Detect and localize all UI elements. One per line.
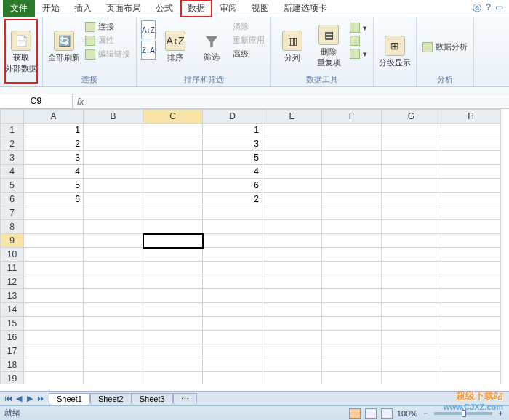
sheet-nav-next[interactable]: ▶ (25, 394, 35, 403)
zoom-slider[interactable] (434, 412, 492, 415)
tab-layout[interactable]: 页面布局 (99, 0, 148, 17)
cell-E6[interactable] (262, 193, 322, 206)
cell-D3[interactable]: 5 (203, 151, 262, 165)
cell-H7[interactable] (441, 206, 501, 220)
filter-button[interactable]: 筛选 (195, 19, 228, 73)
col-header-G[interactable]: G (382, 110, 441, 124)
cell-A6[interactable]: 6 (24, 193, 84, 206)
col-header-A[interactable]: A (24, 110, 84, 124)
cell-D17[interactable] (203, 344, 262, 358)
cell-E4[interactable] (262, 165, 322, 179)
cell-D8[interactable] (203, 220, 262, 234)
cell-B1[interactable] (84, 124, 143, 137)
cell-G12[interactable] (382, 275, 441, 289)
cell-H11[interactable] (441, 262, 501, 275)
row-header-2[interactable]: 2 (1, 137, 24, 151)
zoom-level[interactable]: 100% (397, 409, 417, 418)
cell-A15[interactable] (24, 317, 84, 331)
cell-F16[interactable] (322, 331, 382, 344)
minimize-window-icon[interactable]: ▭ (495, 2, 503, 15)
cell-F5[interactable] (322, 179, 382, 193)
cell-E7[interactable] (262, 206, 322, 220)
cell-D18[interactable] (203, 358, 262, 372)
cell-H5[interactable] (441, 179, 501, 193)
cell-D2[interactable]: 3 (203, 137, 262, 151)
cell-C7[interactable] (143, 206, 203, 220)
tab-home[interactable]: 开始 (35, 0, 67, 17)
refresh-all-button[interactable]: 🔄 全部刷新 (47, 19, 81, 73)
sheet-nav-last[interactable]: ⏭ (36, 394, 46, 403)
cell-B8[interactable] (84, 220, 143, 234)
cell-H9[interactable] (441, 234, 501, 248)
cell-B9[interactable] (84, 234, 143, 248)
data-analysis-button[interactable]: 数据分析 (421, 19, 469, 73)
cell-F6[interactable] (322, 193, 382, 206)
cell-B12[interactable] (84, 275, 143, 289)
cell-G11[interactable] (382, 262, 441, 275)
cell-H15[interactable] (441, 317, 501, 331)
whatif-button[interactable]: ▾ (348, 48, 369, 60)
cell-E1[interactable] (262, 124, 322, 137)
cell-D1[interactable]: 1 (203, 124, 262, 137)
text-to-columns-button[interactable]: ▥ 分列 (276, 19, 309, 73)
cell-A19[interactable] (24, 372, 84, 384)
view-pagebreak-button[interactable] (381, 408, 393, 419)
row-header-14[interactable]: 14 (1, 303, 24, 317)
data-validation-button[interactable]: ▾ (348, 22, 369, 33)
name-box[interactable]: C9 (0, 94, 73, 108)
outline-button[interactable]: ⊞ 分级显示 (378, 19, 412, 84)
row-header-6[interactable]: 6 (1, 193, 24, 206)
cell-B18[interactable] (84, 358, 143, 372)
cell-E14[interactable] (262, 303, 322, 317)
cell-F14[interactable] (322, 303, 382, 317)
cell-D13[interactable] (203, 289, 262, 303)
new-sheet-button[interactable]: ⋯ (173, 393, 197, 405)
sheet-tab-Sheet2[interactable]: Sheet2 (90, 393, 132, 405)
row-header-11[interactable]: 11 (1, 262, 24, 275)
view-layout-button[interactable] (365, 408, 377, 419)
cell-C1[interactable] (143, 124, 203, 137)
cell-H12[interactable] (441, 275, 501, 289)
cell-A10[interactable] (24, 248, 84, 262)
ribbon-minimize-icon[interactable]: ⓐ (473, 2, 481, 15)
col-header-F[interactable]: F (322, 110, 382, 124)
cell-E12[interactable] (262, 275, 322, 289)
cell-G7[interactable] (382, 206, 441, 220)
cell-B13[interactable] (84, 289, 143, 303)
cell-A2[interactable]: 2 (24, 137, 84, 151)
edit-links-button[interactable]: 编辑链接 (84, 48, 132, 60)
row-header-18[interactable]: 18 (1, 358, 24, 372)
cell-E8[interactable] (262, 220, 322, 234)
advanced-filter-button[interactable]: 高级 (231, 48, 266, 60)
cell-G4[interactable] (382, 165, 441, 179)
row-header-17[interactable]: 17 (1, 344, 24, 358)
cell-H16[interactable] (441, 331, 501, 344)
tab-insert[interactable]: 插入 (67, 0, 99, 17)
cell-D4[interactable]: 4 (203, 165, 262, 179)
cell-C11[interactable] (143, 262, 203, 275)
cell-A13[interactable] (24, 289, 84, 303)
row-header-13[interactable]: 13 (1, 289, 24, 303)
cell-D15[interactable] (203, 317, 262, 331)
cell-F13[interactable] (322, 289, 382, 303)
cell-A14[interactable] (24, 303, 84, 317)
cell-H6[interactable] (441, 193, 501, 206)
tab-formula[interactable]: 公式 (148, 0, 180, 17)
cell-D9[interactable] (203, 234, 262, 248)
cell-E16[interactable] (262, 331, 322, 344)
cell-C15[interactable] (143, 317, 203, 331)
cell-E17[interactable] (262, 344, 322, 358)
sheet-nav-first[interactable]: ⏮ (3, 394, 13, 403)
get-external-data-button[interactable]: 📄 获取 外部数据 (4, 19, 38, 84)
connections-button[interactable]: 连接 (84, 20, 132, 33)
tab-file[interactable]: 文件 (3, 0, 35, 17)
cell-E2[interactable] (262, 137, 322, 151)
cell-E13[interactable] (262, 289, 322, 303)
cell-B5[interactable] (84, 179, 143, 193)
cell-C10[interactable] (143, 248, 203, 262)
cell-A18[interactable] (24, 358, 84, 372)
cell-C5[interactable] (143, 179, 203, 193)
cell-H19[interactable] (441, 372, 501, 384)
cell-C6[interactable] (143, 193, 203, 206)
cell-F10[interactable] (322, 248, 382, 262)
